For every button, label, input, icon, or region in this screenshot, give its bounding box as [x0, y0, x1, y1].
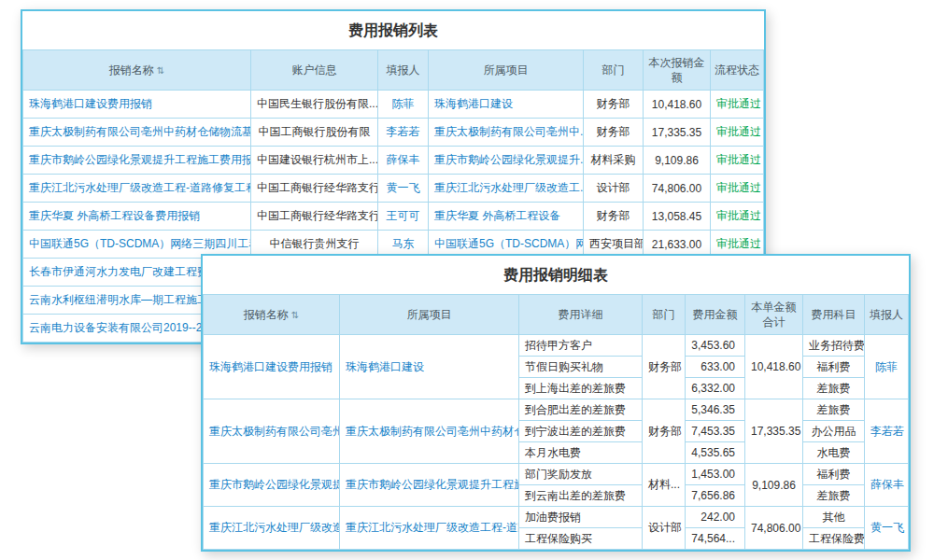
table-cell: 工程保险费 — [803, 528, 865, 550]
column-header: 费用详细 — [519, 295, 643, 335]
table-row: 珠海鹤港口建设费用报销珠海鹤港口建设招待甲方客户财务部3,453.6010,41… — [204, 335, 909, 357]
table-row: 珠海鹤港口建设费用报销中国民生银行股份有限...陈菲珠海鹤港口建设财务部10,4… — [23, 91, 764, 119]
column-header-label: 费用科目 — [812, 308, 856, 321]
column-header-label: 填报人 — [870, 308, 903, 321]
link-cell[interactable]: 李若若 — [865, 399, 909, 464]
link-cell[interactable]: 重庆华夏 外高桥工程设备费用报销 — [23, 203, 251, 231]
expense-detail-panel: 费用报销明细表 报销名称⇅所属项目费用详细部门费用金额本单金额合计费用科目填报人… — [201, 254, 911, 552]
link-cell[interactable]: 重庆江北污水处理厂级改造工程-道路修复工程费用... — [23, 175, 251, 203]
table-cell: 74,806.00 — [644, 175, 711, 203]
table-cell: 74,806.00 — [745, 507, 803, 550]
column-header: 部门 — [584, 50, 644, 91]
link-cell[interactable]: 重庆江北污水处理厂级改造工程- — [204, 507, 340, 550]
table-cell: 中国建设银行杭州市上... — [251, 147, 378, 175]
table-cell: 财务部 — [643, 335, 686, 399]
status-cell: 审批通过 — [711, 91, 764, 119]
table-cell: 部门奖励发放 — [519, 464, 643, 485]
column-header[interactable]: 报销名称⇅ — [204, 295, 340, 335]
link-cell[interactable]: 陈菲 — [865, 335, 909, 399]
table-cell: 招待甲方客户 — [519, 335, 643, 357]
link-cell[interactable]: 重庆华夏 外高桥工程设备 — [429, 203, 584, 231]
column-header-label: 部门 — [602, 63, 625, 77]
link-cell[interactable]: 陈菲 — [378, 91, 429, 119]
table-cell: 5,346.35 — [686, 399, 745, 421]
column-header-label: 部门 — [653, 308, 675, 321]
column-header: 费用科目 — [803, 295, 865, 335]
link-cell[interactable]: 重庆市鹅岭公园绿化景观提升工程施工 — [340, 464, 519, 507]
table-header-row: 报销名称⇅账户信息填报人所属项目部门本次报销金额流程状态 — [23, 50, 764, 91]
column-header[interactable]: 报销名称⇅ — [23, 50, 251, 91]
table-row: 重庆市鹅岭公园绿化景观提升工程施重庆市鹅岭公园绿化景观提升工程施工部门奖励发放材… — [204, 464, 909, 485]
column-header-label: 流程状态 — [715, 63, 759, 77]
link-cell[interactable]: 黄一飞 — [865, 507, 909, 550]
table-cell: 节假日购买礼物 — [519, 357, 643, 378]
table-cell: 财务部 — [584, 203, 644, 231]
table-row: 重庆华夏 外高桥工程设备费用报销中国工商银行经华路支行王可可重庆华夏 外高桥工程… — [23, 203, 764, 231]
column-header-label: 本单金额合计 — [752, 301, 797, 329]
table-cell: 加油费报销 — [519, 507, 643, 528]
sort-icon[interactable]: ⇅ — [291, 310, 299, 320]
link-cell[interactable]: 重庆江北污水处理厂级改造工... — [429, 175, 584, 203]
link-cell[interactable]: 王可可 — [378, 203, 429, 231]
column-header: 部门 — [643, 295, 686, 335]
link-cell[interactable]: 重庆市鹅岭公园绿化景观提升工程施 — [204, 464, 340, 507]
table-cell: 4,535.65 — [686, 442, 745, 464]
table-row: 重庆市鹅岭公园绿化景观提升工程施工费用报销中国建设银行杭州市上...薛保丰重庆市… — [23, 147, 764, 175]
column-header: 本单金额合计 — [745, 295, 803, 335]
table-cell: 1,453.00 — [686, 464, 745, 485]
table-cell: 福利费 — [803, 357, 865, 378]
expense-detail-title: 费用报销明细表 — [203, 256, 909, 294]
column-header: 所属项目 — [429, 50, 584, 91]
column-header-label: 费用详细 — [559, 308, 603, 321]
table-row: 重庆太极制药有限公司亳州中药重庆太极制药有限公司亳州中药材仓储物流到合肥出差的差… — [204, 399, 909, 421]
column-header-label: 费用金额 — [693, 308, 738, 321]
table-cell: 福利费 — [803, 464, 865, 485]
table-cell: 财务部 — [584, 119, 644, 147]
table-cell: 3,453.60 — [686, 335, 745, 357]
link-cell[interactable]: 重庆太极制药有限公司亳州中... — [429, 119, 584, 147]
table-cell: 74,564... — [686, 528, 745, 550]
table-cell: 财务部 — [643, 399, 686, 464]
table-cell: 到云南出差的差旅费 — [519, 485, 643, 507]
table-cell: 9,109.86 — [644, 147, 711, 175]
table-cell: 10,418.60 — [745, 335, 803, 399]
table-cell: 到合肥出差的差旅费 — [519, 399, 643, 421]
link-cell[interactable]: 珠海鹤港口建设费用报销 — [204, 335, 340, 399]
link-cell[interactable]: 黄一飞 — [378, 175, 429, 203]
column-header: 本次报销金额 — [644, 50, 711, 91]
link-cell[interactable]: 重庆太极制药有限公司亳州中药材仓储物流基地项... — [23, 119, 251, 147]
link-cell[interactable]: 珠海鹤港口建设费用报销 — [23, 91, 251, 119]
table-cell: 其他 — [803, 507, 865, 528]
status-cell: 审批通过 — [711, 203, 764, 231]
table-cell: 本月水电费 — [519, 442, 643, 464]
status-cell: 审批通过 — [711, 147, 764, 175]
table-cell: 差旅费 — [803, 378, 865, 399]
link-cell[interactable]: 薛保丰 — [865, 464, 909, 507]
link-cell[interactable]: 重庆市鹅岭公园绿化景观提升工程施工费用报销 — [23, 147, 251, 175]
table-cell: 中国民生银行股份有限... — [251, 91, 378, 119]
table-cell: 办公用品 — [803, 421, 865, 442]
link-cell[interactable]: 重庆江北污水处理厂级改造工程-道路修复工 — [340, 507, 519, 550]
table-cell: 633.00 — [686, 357, 745, 378]
link-cell[interactable]: 重庆市鹅岭公园绿化景观提升... — [429, 147, 584, 175]
table-cell: 设计部 — [643, 507, 686, 550]
link-cell[interactable]: 薛保丰 — [378, 147, 429, 175]
expense-list-title: 费用报销列表 — [22, 11, 764, 49]
column-header: 账户信息 — [251, 50, 378, 91]
table-cell: 7,453.35 — [686, 421, 745, 442]
sort-icon[interactable]: ⇅ — [157, 65, 164, 76]
table-cell: 财务部 — [584, 91, 644, 119]
link-cell[interactable]: 珠海鹤港口建设 — [429, 91, 584, 119]
table-cell: 到宁波出差的差旅费 — [519, 421, 643, 442]
link-cell[interactable]: 珠海鹤港口建设 — [340, 335, 519, 399]
link-cell[interactable]: 重庆太极制药有限公司亳州中药材仓储物流 — [340, 399, 519, 464]
link-cell[interactable]: 重庆太极制药有限公司亳州中药 — [204, 399, 340, 464]
column-header-label: 填报人 — [387, 63, 420, 77]
table-cell: 9,109.86 — [745, 464, 803, 507]
table-cell: 中国工商银行经华路支行 — [251, 203, 378, 231]
table-cell: 到上海出差的差旅费 — [519, 378, 643, 399]
table-cell: 13,058.45 — [644, 203, 711, 231]
table-cell: 6,332.00 — [686, 378, 745, 399]
link-cell[interactable]: 李若若 — [378, 119, 429, 147]
column-header: 所属项目 — [340, 295, 519, 335]
